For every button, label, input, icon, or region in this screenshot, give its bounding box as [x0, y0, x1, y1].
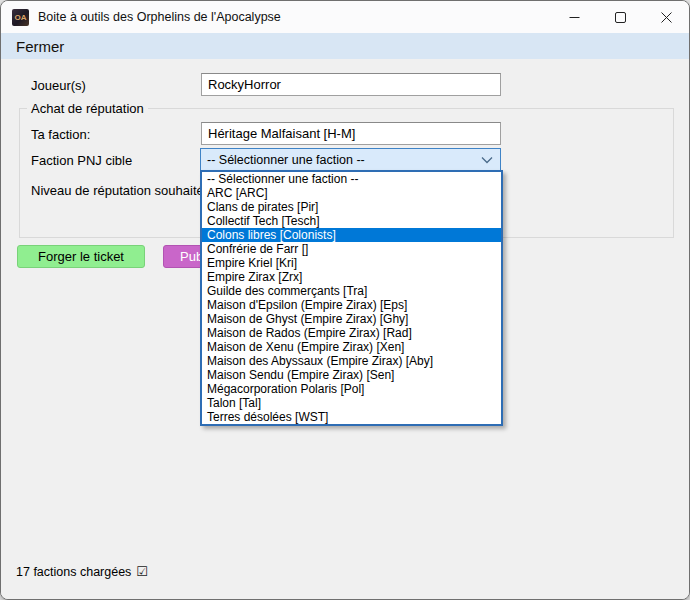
your-faction-input[interactable]: Héritage Malfaisant [H-M]	[201, 122, 501, 145]
dropdown-option[interactable]: Terres désolées [WST]	[202, 410, 501, 424]
dropdown-option[interactable]: Talon [Tal]	[202, 396, 501, 410]
dropdown-option[interactable]: Maison Sendu (Empire Zirax) [Sen]	[202, 368, 501, 382]
chevron-down-icon	[481, 156, 493, 164]
app-icon: OA	[12, 9, 29, 26]
close-icon	[661, 12, 672, 23]
menu-item-fermer[interactable]: Fermer	[10, 38, 70, 55]
caption-buttons	[551, 1, 689, 33]
dropdown-option[interactable]: Empire Zirax [Zrx]	[202, 270, 501, 284]
reputation-level-label: Niveau de réputation souhaité	[31, 183, 204, 198]
forge-button-label: Forger le ticket	[38, 249, 124, 264]
dropdown-option[interactable]: Maison de Rados (Empire Zirax) [Rad]	[202, 326, 501, 340]
dropdown-option[interactable]: Maison de Ghyst (Empire Zirax) [Ghy]	[202, 312, 501, 326]
faction-dropdown-list: -- Sélectionner une faction --ARC [ARC]C…	[200, 170, 503, 426]
dropdown-option[interactable]: Collectif Tech [Tesch]	[202, 214, 501, 228]
groupbox-title: Achat de réputation	[27, 101, 148, 116]
dropdown-option[interactable]: Empire Kriel [Kri]	[202, 256, 501, 270]
forge-ticket-button[interactable]: Forger le ticket	[17, 245, 145, 268]
players-input[interactable]: RockyHorror	[201, 73, 501, 96]
combobox-value: -- Sélectionner une faction --	[207, 153, 365, 167]
dropdown-option[interactable]: Colons libres [Colonists]	[202, 228, 501, 242]
maximize-button[interactable]	[597, 1, 643, 33]
client-area: Joueur(s) RockyHorror Achat de réputatio…	[1, 59, 689, 599]
menu-bar: Fermer	[1, 33, 689, 59]
target-faction-label: Faction PNJ cible	[31, 153, 132, 168]
checked-checkbox-icon[interactable]: ☑	[136, 564, 148, 579]
dropdown-option[interactable]: ARC [ARC]	[202, 186, 501, 200]
dropdown-option[interactable]: Clans de pirates [Pir]	[202, 200, 501, 214]
players-label: Joueur(s)	[31, 78, 86, 93]
window-title: Boite à outils des Orphelins de l'Apocal…	[38, 10, 281, 24]
dropdown-option[interactable]: Confrérie de Farr []	[202, 242, 501, 256]
dropdown-option[interactable]: Guilde des commerçants [Tra]	[202, 284, 501, 298]
dropdown-option[interactable]: -- Sélectionner une faction --	[202, 172, 501, 186]
close-button[interactable]	[643, 1, 689, 33]
dropdown-option[interactable]: Maison de Xenu (Empire Zirax) [Xen]	[202, 340, 501, 354]
your-faction-label: Ta faction:	[31, 127, 90, 142]
app-window: OA Boite à outils des Orphelins de l'Apo…	[0, 0, 690, 600]
minimize-button[interactable]	[551, 1, 597, 33]
status-text: 17 factions chargées	[16, 565, 131, 579]
maximize-icon	[615, 12, 626, 23]
target-faction-combobox[interactable]: -- Sélectionner une faction --	[200, 148, 501, 171]
status-bar: 17 factions chargées ☑	[16, 564, 148, 579]
title-bar: OA Boite à outils des Orphelins de l'Apo…	[1, 1, 689, 33]
minimize-icon	[569, 12, 580, 23]
dropdown-option[interactable]: Maison d'Epsilon (Empire Zirax) [Eps]	[202, 298, 501, 312]
dropdown-option[interactable]: Maison des Abyssaux (Empire Zirax) [Aby]	[202, 354, 501, 368]
dropdown-option[interactable]: Mégacorporation Polaris [Pol]	[202, 382, 501, 396]
